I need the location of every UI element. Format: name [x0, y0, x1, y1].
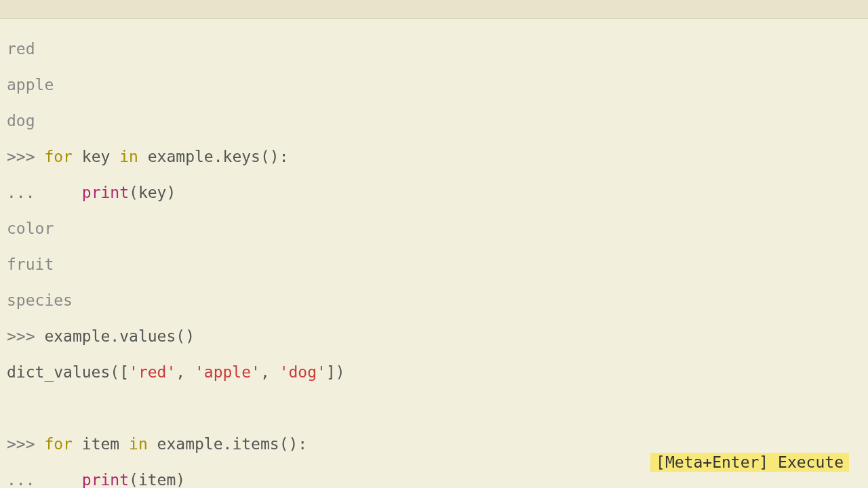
builtin-print: print [82, 184, 129, 201]
identifier: example [157, 435, 223, 453]
output-line: apple [7, 76, 861, 94]
blank-line [7, 399, 861, 418]
prompt-primary: >>> [7, 327, 44, 345]
input-line: ... print(key) [7, 184, 861, 202]
method: values [119, 327, 176, 345]
method: items [232, 435, 279, 453]
prompt-continuation: ... [7, 184, 44, 201]
identifier: example [148, 148, 214, 165]
identifier: example [44, 327, 110, 345]
method: keys [223, 148, 260, 165]
output-line: dog [7, 112, 861, 130]
prompt-primary: >>> [7, 435, 44, 453]
window-titlebar [0, 0, 868, 19]
identifier: key [138, 184, 167, 201]
terminal-output[interactable]: red apple dog >>> for key in example.key… [0, 19, 868, 488]
output-line: color [7, 220, 861, 238]
identifier: item [138, 471, 176, 489]
output-line: fruit [7, 256, 861, 274]
prompt-primary: >>> [7, 148, 44, 165]
execute-hint: [Meta+Enter] Execute [650, 453, 849, 472]
output-line: red [7, 40, 861, 58]
input-line: >>> example.values() [7, 327, 861, 346]
input-line: >>> for key in example.keys(): [7, 148, 861, 166]
keyword-for: for [44, 148, 73, 165]
input-line: >>> for item in example.items(): [7, 435, 861, 453]
keyword-for: for [44, 435, 73, 453]
output-line: dict_values(['red', 'apple', 'dog']) [7, 363, 861, 382]
keyword-in: in [119, 148, 138, 165]
input-line: ... print(item) [7, 471, 861, 489]
identifier: item [82, 435, 119, 453]
prompt-continuation: ... [7, 471, 44, 489]
identifier: key [82, 148, 111, 165]
builtin-print: print [82, 471, 129, 489]
output-line: species [7, 291, 861, 310]
keyword-in: in [129, 435, 148, 453]
